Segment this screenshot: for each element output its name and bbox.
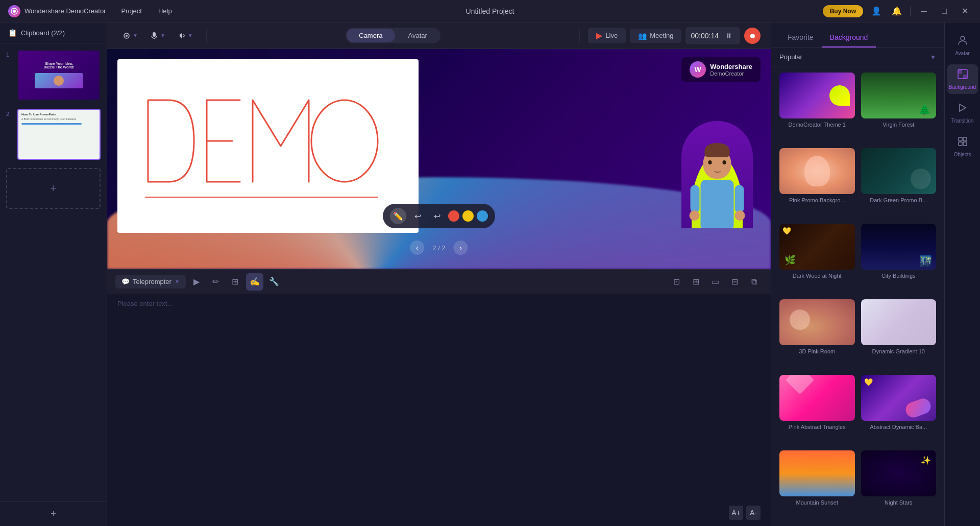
avatar-arm-left	[691, 185, 700, 213]
prev-slide-button[interactable]: ‹	[410, 241, 424, 255]
meeting-button[interactable]: 👥 Meeting	[630, 29, 681, 43]
notification-icon[interactable]: 🔔	[890, 4, 904, 18]
pen-tool-button[interactable]: ✏️	[390, 208, 406, 224]
titlebar-separator	[910, 6, 911, 16]
add-clip-button[interactable]: +	[46, 507, 61, 521]
layout-1[interactable]: ⊡	[668, 273, 685, 291]
bg-item-democreator[interactable]: DemoCreator Theme 1	[779, 73, 855, 142]
slide-item-2[interactable]: 2 How To Use PowerPoint A Brief Introduc…	[4, 107, 103, 162]
bg-item-virgin-forest[interactable]: Virgin Forest	[861, 73, 937, 142]
bg-item-dark-wood[interactable]: 💛 Dark Wood at Night	[779, 224, 855, 293]
watermark: W Wondershare DemoCreator	[681, 57, 761, 82]
bg-item-city-buildings[interactable]: City Buildings	[861, 224, 937, 293]
live-button[interactable]: ▶ Live	[588, 28, 626, 43]
user-icon[interactable]: 👤	[869, 4, 884, 18]
bg-item-pink-promo[interactable]: Pink Promo Backgro...	[779, 148, 855, 218]
bg-item-3d-pink[interactable]: 3D Pink Room	[779, 299, 855, 369]
bg-item-dark-green[interactable]: Dark Green Promo B...	[861, 148, 937, 218]
close-button[interactable]: ✕	[958, 4, 972, 18]
sidebar-item-background[interactable]: Background	[947, 64, 978, 94]
avatar-body	[701, 180, 734, 228]
bg-item-dynamic-gradient[interactable]: Dynamic Gradient 10	[861, 299, 937, 369]
color-blue[interactable]	[477, 210, 488, 222]
slide-num-1: 1	[6, 52, 13, 58]
minimize-button[interactable]: ─	[917, 4, 931, 18]
avatar-hair	[705, 143, 730, 157]
bg-preview-pink-abstract	[779, 375, 855, 421]
buy-now-button[interactable]: Buy Now	[823, 5, 863, 17]
camera-settings-button[interactable]: ▼	[117, 29, 143, 43]
camera-chevron: ▼	[133, 33, 138, 38]
undo-button[interactable]: ↩	[409, 208, 426, 224]
record-button[interactable]: ⏺	[744, 28, 761, 44]
slide-thumb-1: Share Your Idea,Dazzle The World!	[17, 50, 101, 101]
avatar-hand-left	[690, 210, 700, 221]
bg-item-mountain[interactable]: Mountain Sunset	[779, 450, 855, 520]
avatar-mode-button[interactable]: Avatar	[396, 29, 439, 42]
popular-dropdown[interactable]: Popular ▼	[779, 53, 936, 61]
slide-navigation: ‹ 2 / 2 ›	[410, 241, 468, 255]
wm-logo: W	[690, 61, 706, 78]
avatar-label: Avatar	[955, 51, 970, 56]
maximize-button[interactable]: □	[937, 4, 951, 18]
sidebar-item-transition[interactable]: Transition	[947, 98, 978, 128]
slide-num-2: 2	[6, 111, 13, 117]
bg-preview-democreator	[779, 73, 855, 118]
bg-label-pink-abstract: Pink Abstract Triangles	[779, 424, 855, 430]
bg-preview-dynamic-gradient	[861, 299, 937, 345]
wm-text: Wondershare DemoCreator	[710, 63, 752, 77]
abstract-dynamic-favorite: 💛	[864, 378, 873, 386]
sidebar-item-objects[interactable]: Objects	[947, 132, 978, 161]
text-size-decrease[interactable]: A-	[746, 506, 761, 520]
crop-tool[interactable]: ⊞	[227, 273, 244, 291]
dropdown-chevron: ▼	[930, 54, 936, 61]
avatar-hand-right	[735, 210, 745, 221]
pointer-tool[interactable]: ▶	[188, 273, 205, 291]
live-label: Live	[605, 32, 618, 39]
slide1-title: Share Your Idea,Dazzle The World!	[43, 62, 74, 69]
layout-5[interactable]: ⧉	[745, 273, 763, 291]
bg-label-stars: Night Stars	[861, 499, 937, 506]
pause-button[interactable]: ⏸	[723, 30, 735, 42]
bg-item-stars[interactable]: Night Stars	[861, 450, 937, 520]
pen-tool[interactable]: ✏	[207, 273, 225, 291]
bg-thumb-city-buildings	[861, 224, 937, 270]
tab-favorite[interactable]: Favorite	[779, 28, 822, 47]
camera-mode-button[interactable]: Camera	[347, 29, 395, 42]
add-slide-button[interactable]: +	[6, 168, 101, 209]
stamp-tool[interactable]: 🔧	[265, 273, 283, 291]
right-tools: ⊡ ⊞ ▭ ⊟ ⧉	[668, 273, 763, 291]
bg-preview-stars	[861, 450, 937, 496]
sidebar-item-avatar[interactable]: Avatar	[947, 31, 978, 60]
drawing-canvas[interactable]	[117, 59, 419, 233]
color-yellow[interactable]	[462, 210, 474, 222]
layout-2[interactable]: ⊞	[687, 273, 704, 291]
menu-help[interactable]: Help	[155, 5, 175, 17]
background-label: Background	[949, 84, 976, 90]
bg-label-abstract-dynamic: Abstract Dynamic Ba...	[861, 424, 937, 430]
redo-button[interactable]: ↩	[429, 208, 445, 224]
color-red[interactable]	[448, 210, 459, 222]
whiteboard[interactable]	[117, 59, 419, 233]
mic-settings-button[interactable]: ▼	[145, 29, 170, 43]
avatar-head	[703, 148, 731, 179]
bg-item-pink-abstract[interactable]: Pink Abstract Triangles	[779, 375, 855, 444]
text-size-increase[interactable]: A+	[729, 506, 743, 520]
bg-label-dynamic-gradient: Dynamic Gradient 10	[861, 348, 937, 354]
record-icon: ⏺	[749, 32, 756, 40]
layout-4[interactable]: ⊟	[726, 273, 743, 291]
audio-settings-button[interactable]: ▼	[173, 29, 198, 43]
draw-tool-btn[interactable]: ✍	[246, 273, 263, 291]
objects-label: Objects	[954, 152, 971, 157]
bg-item-abstract-dynamic[interactable]: 💛 Abstract Dynamic Ba...	[861, 375, 937, 444]
next-slide-button[interactable]: ›	[454, 241, 468, 255]
slide-counter: 2 / 2	[432, 244, 445, 252]
layout-3[interactable]: ▭	[706, 273, 724, 291]
bg-thumb-pink-abstract	[779, 375, 855, 421]
tab-background[interactable]: Background	[822, 28, 876, 47]
svg-point-1	[13, 10, 16, 13]
menu-project[interactable]: Project	[118, 5, 144, 17]
teleprompter-button[interactable]: 💬 Teleprompter ▼	[115, 275, 186, 289]
right-panel-tabs: Favorite Background	[771, 22, 944, 48]
slide-item-1[interactable]: 1 Share Your Idea,Dazzle The World!	[4, 47, 103, 103]
